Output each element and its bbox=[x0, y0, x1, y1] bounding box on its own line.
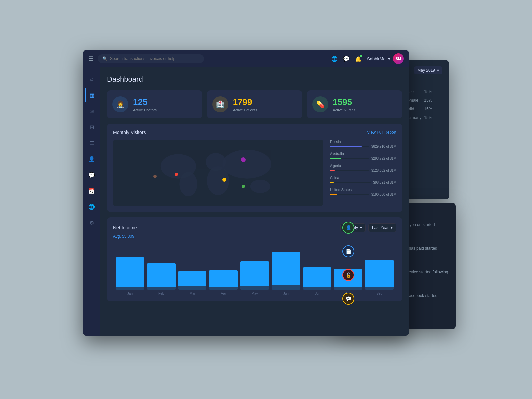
income-title: Net Income bbox=[113, 225, 137, 230]
country-row: United States $190,500 of $1M bbox=[330, 188, 396, 196]
country-stats: Russia $829,910 of $1M Australia $293,79… bbox=[330, 140, 396, 206]
stat-card-doctors: 👩‍⚕️ 125 Active Doctors ··· bbox=[107, 90, 202, 118]
user-info[interactable]: SabbirMc ▾ SM bbox=[367, 53, 404, 64]
stat-number-patients: 1799 bbox=[233, 97, 257, 107]
timeline-icon: 📄 bbox=[342, 245, 354, 257]
monthly-visitors-section: Monthly Visitors View Full Report bbox=[107, 124, 402, 212]
timeline-icon: 🔓 bbox=[342, 269, 354, 281]
app-body: ⌂▦✉⊞☰👤💬📅🌐⚙ Dashboard 👩‍⚕️ 125 Active Doc… bbox=[83, 67, 409, 336]
sidebar-item-chat[interactable]: 💬 bbox=[85, 168, 98, 182]
sidebar: ⌂▦✉⊞☰👤💬📅🌐⚙ bbox=[83, 67, 100, 336]
search-icon: 🔍 bbox=[102, 56, 107, 61]
avatar: SM bbox=[393, 53, 404, 64]
search-box[interactable]: 🔍 bbox=[98, 54, 204, 63]
stat-number-doctors: 125 bbox=[133, 97, 157, 107]
bar-group: Jul bbox=[303, 267, 332, 295]
sidebar-item-globe[interactable]: 🌐 bbox=[85, 200, 98, 213]
stat-icon-nurses: 💊 bbox=[312, 96, 328, 112]
country-row: Russia $829,910 of $1M bbox=[330, 140, 396, 148]
page-title: Dashboard bbox=[107, 75, 402, 84]
avg-label: Avg. $5,309 bbox=[113, 234, 396, 239]
topbar: ☰ 🔍 🌐 💬 🔔 SabbirMc ▾ SM bbox=[83, 50, 409, 67]
stat-number-nurses: 1595 bbox=[333, 97, 355, 107]
country-row: Algeria $128,602 of $1M bbox=[330, 164, 396, 172]
sidebar-item-dashboard[interactable]: ▦ bbox=[85, 88, 98, 102]
globe-icon[interactable]: 🌐 bbox=[331, 56, 338, 62]
country-row: Australia $293,792 of $1M bbox=[330, 152, 396, 160]
sidebar-item-calendar[interactable]: 📅 bbox=[85, 184, 98, 198]
range-select[interactable]: Last Year ▾ bbox=[368, 223, 396, 232]
country-row: China $98,321 of $1M bbox=[330, 176, 396, 184]
bar-group: Mar bbox=[178, 271, 207, 295]
map-dot bbox=[241, 157, 246, 162]
sidebar-item-settings[interactable]: ⚙ bbox=[85, 216, 98, 229]
view-full-link[interactable]: View Full Report bbox=[367, 130, 396, 135]
net-income-section: Net Income Monthly ▾ Last Year ▾ bbox=[107, 217, 402, 301]
search-input[interactable] bbox=[110, 56, 200, 61]
bar-group: Jun bbox=[272, 252, 300, 295]
stat-dots-nurses[interactable]: ··· bbox=[393, 95, 398, 101]
main-window: ☰ 🔍 🌐 💬 🔔 SabbirMc ▾ SM ⌂▦✉⊞☰� bbox=[83, 50, 409, 336]
sidebar-item-home[interactable]: ⌂ bbox=[85, 72, 98, 86]
main-content: Dashboard 👩‍⚕️ 125 Active Doctors ··· 🏥 … bbox=[100, 67, 409, 336]
bar-group: Apr bbox=[209, 270, 238, 295]
stat-label-nurses: Active Nurses bbox=[333, 108, 355, 112]
sidebar-item-user[interactable]: 👤 bbox=[85, 152, 98, 166]
section-title: Monthly Visitors bbox=[113, 130, 146, 135]
chat-icon[interactable]: 💬 bbox=[343, 56, 350, 62]
svg-point-9 bbox=[222, 150, 271, 179]
sidebar-item-notes[interactable]: ☰ bbox=[85, 136, 98, 150]
notif-dot bbox=[360, 55, 362, 57]
hamburger-icon[interactable]: ☰ bbox=[88, 55, 94, 62]
stat-label-patients: Active Patients bbox=[233, 108, 257, 112]
map-dot bbox=[153, 175, 157, 178]
svg-point-6 bbox=[179, 172, 197, 196]
svg-point-10 bbox=[250, 180, 270, 193]
stat-dots-patients[interactable]: ··· bbox=[293, 95, 298, 101]
timeline-icon: 💬 bbox=[342, 293, 354, 305]
topbar-right: 🌐 💬 🔔 SabbirMc ▾ SM bbox=[331, 53, 404, 64]
stat-card-patients: 🏥 1799 Active Patients ··· bbox=[207, 90, 303, 118]
bar-group: Jan bbox=[116, 257, 144, 295]
section-header: Monthly Visitors View Full Report bbox=[113, 130, 396, 135]
bar-group: Feb bbox=[147, 263, 176, 295]
map-dot bbox=[222, 178, 226, 182]
map-dot bbox=[175, 173, 178, 176]
stat-icon-patients: 🏥 bbox=[212, 96, 228, 112]
month-select[interactable]: May 2019 ▾ bbox=[414, 66, 442, 74]
app-container: Appointments May 2019 ▾ bbox=[83, 50, 449, 349]
sidebar-item-mail[interactable]: ✉ bbox=[85, 104, 98, 118]
stat-label-doctors: Active Doctors bbox=[133, 108, 157, 112]
stat-icon-doctors: 👩‍⚕️ bbox=[112, 96, 128, 112]
sidebar-item-chart[interactable]: ⊞ bbox=[85, 120, 98, 134]
world-map bbox=[113, 140, 323, 206]
timeline-icon: 👤 bbox=[342, 222, 354, 234]
map-content: Russia $829,910 of $1M Australia $293,79… bbox=[113, 140, 396, 206]
stat-dots-doctors[interactable]: ··· bbox=[193, 95, 198, 101]
notification-icon[interactable]: 🔔 bbox=[355, 56, 362, 62]
bar-group: Sep bbox=[365, 260, 394, 295]
map-dot bbox=[242, 185, 245, 188]
stat-card-nurses: 💊 1595 Active Nurses ··· bbox=[307, 90, 402, 118]
bar-group: May bbox=[240, 261, 269, 295]
stat-cards: 👩‍⚕️ 125 Active Doctors ··· 🏥 1799 Activ… bbox=[107, 90, 402, 118]
